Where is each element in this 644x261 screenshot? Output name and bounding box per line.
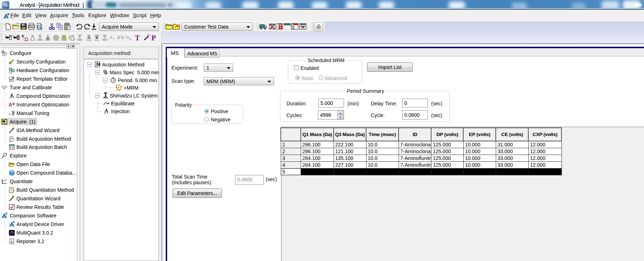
svg-text:M: M bbox=[97, 62, 100, 66]
svg-text:A: A bbox=[9, 102, 12, 107]
